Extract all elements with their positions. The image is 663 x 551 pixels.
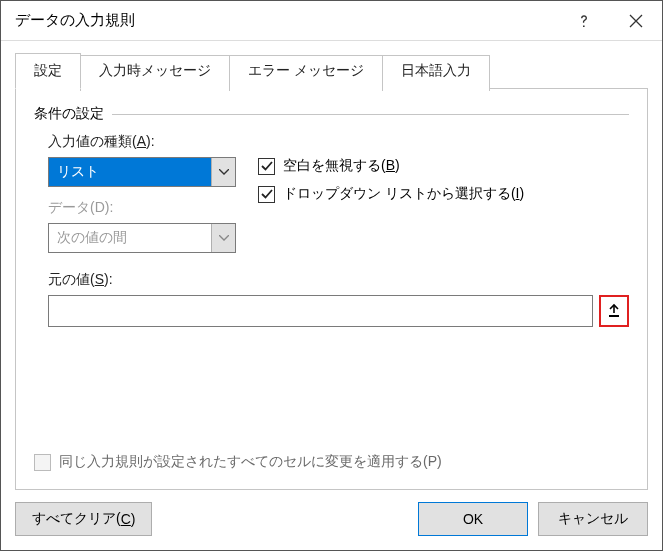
criteria-legend-text: 条件の設定	[34, 105, 104, 123]
tab-error-alert[interactable]: エラー メッセージ	[229, 55, 383, 91]
svg-rect-0	[609, 315, 619, 317]
data-label: データ(D):	[48, 199, 258, 217]
titlebar: データの入力規則	[1, 1, 662, 41]
checkbox-icon	[258, 186, 275, 203]
in-cell-dropdown-checkbox[interactable]: ドロップダウン リストから選択する(I)	[258, 185, 524, 203]
apply-to-all-checkbox: 同じ入力規則が設定されたすべてのセルに変更を適用する(P)	[34, 453, 442, 471]
cancel-button[interactable]: キャンセル	[538, 502, 648, 536]
collapse-dialog-button[interactable]	[599, 295, 629, 327]
ignore-blank-label: 空白を無視する(B)	[283, 157, 400, 175]
dialog-title: データの入力規則	[15, 11, 558, 30]
ok-button[interactable]: OK	[418, 502, 528, 536]
dialog-content: 設定 入力時メッセージ エラー メッセージ 日本語入力 条件の設定 入力値の種類…	[1, 41, 662, 490]
tab-ime-mode[interactable]: 日本語入力	[382, 55, 490, 91]
tab-strip: 設定 入力時メッセージ エラー メッセージ 日本語入力	[15, 53, 648, 89]
data-combobox: 次の値の間	[48, 223, 236, 253]
clear-all-button[interactable]: すべてクリア(C)	[15, 502, 152, 536]
legend-divider	[112, 114, 629, 115]
ignore-blank-checkbox[interactable]: 空白を無視する(B)	[258, 157, 524, 175]
allow-combobox[interactable]: リスト	[48, 157, 236, 187]
tab-settings[interactable]: 設定	[15, 53, 81, 89]
source-input[interactable]	[48, 295, 593, 327]
dialog-footer: すべてクリア(C) OK キャンセル	[1, 490, 662, 550]
data-combobox-value: 次の値の間	[49, 224, 211, 252]
allow-combobox-button[interactable]	[211, 158, 235, 186]
help-button[interactable]	[558, 1, 610, 41]
criteria-legend: 条件の設定	[34, 105, 629, 123]
data-combobox-button	[211, 224, 235, 252]
tab-input-message[interactable]: 入力時メッセージ	[80, 55, 230, 91]
checkbox-icon	[34, 454, 51, 471]
allow-combobox-value: リスト	[49, 158, 211, 186]
tab-panel-settings: 条件の設定 入力値の種類(A): リスト データ(D): 次の値の間	[15, 88, 648, 490]
checkbox-icon	[258, 158, 275, 175]
close-button[interactable]	[610, 1, 662, 41]
allow-label: 入力値の種類(A):	[48, 133, 258, 151]
source-label: 元の値(S):	[48, 271, 629, 289]
in-cell-dropdown-label: ドロップダウン リストから選択する(I)	[283, 185, 524, 203]
apply-to-all-label: 同じ入力規則が設定されたすべてのセルに変更を適用する(P)	[59, 453, 442, 471]
